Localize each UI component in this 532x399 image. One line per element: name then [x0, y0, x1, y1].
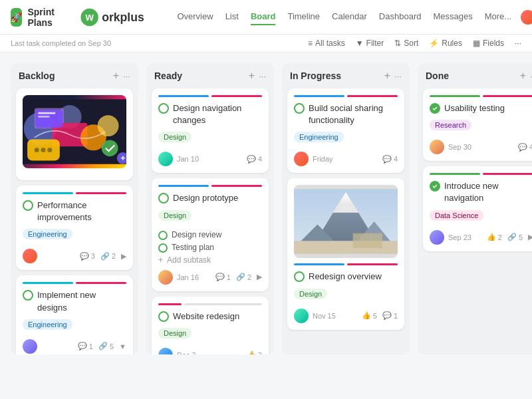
card-avatar	[430, 140, 444, 154]
card-footer: Jan 16 💬 1 🔗 2 ▶	[158, 270, 262, 285]
card-backlog-1: +	[16, 88, 133, 180]
tab-timeline[interactable]: Timeline	[287, 9, 320, 25]
progress-seg	[430, 95, 480, 97]
footer-left: Nov 15	[294, 309, 336, 323]
column-backlog: Backlog + ···	[11, 63, 138, 354]
card-meta: 💬 4	[247, 155, 262, 164]
sort-button[interactable]: ⇅ Sort	[394, 39, 418, 48]
card-tag[interactable]: Design	[158, 210, 192, 221]
list-icon: ≡	[308, 39, 313, 48]
subtask-item: Testing plan	[158, 241, 262, 254]
column-actions-done: + ···	[520, 70, 532, 82]
link-icon: 🔗	[98, 342, 108, 350]
card-footer: 💬 3 🔗 2 ▶	[23, 249, 126, 263]
card-title-area: Implement new designs	[23, 289, 126, 319]
card-title: Usability testing	[444, 102, 505, 114]
like-icon: 👍	[247, 350, 256, 354]
card-tag[interactable]: Design	[158, 132, 192, 142]
card-progress-2: Redesign overview Design Nov 15 👍 5	[287, 178, 404, 329]
add-subtask-button[interactable]: + Add subtask	[158, 254, 262, 266]
more-options-button[interactable]: ···	[515, 39, 521, 48]
links-count: 🔗 5	[98, 342, 114, 350]
fields-button[interactable]: ▦ Fields	[473, 39, 504, 48]
card-title-area: Redesign overview	[294, 271, 398, 288]
card-tag[interactable]: Data Science	[430, 210, 483, 221]
add-card-icon[interactable]: +	[384, 70, 390, 82]
card-footer: Sep 23 👍 2 🔗 5 ▶	[430, 230, 532, 245]
svg-text:orkplus: orkplus	[102, 11, 145, 24]
card-tag[interactable]: Engineering	[23, 319, 72, 330]
card-meta: 💬 1 🔗 2 ▶	[215, 273, 262, 281]
card-footer: Nov 15 👍 5 💬 1	[294, 309, 398, 323]
card-tag[interactable]: Engineering	[23, 229, 72, 239]
progress-seg	[430, 173, 480, 175]
add-card-icon[interactable]: +	[249, 70, 255, 82]
card-avatar	[23, 339, 37, 354]
add-card-icon[interactable]: +	[113, 70, 119, 82]
card-progress-1: Build social sharing functionality Engin…	[287, 88, 404, 173]
progress-bar-ready-1	[158, 95, 262, 97]
progress-seg	[347, 263, 398, 265]
app-name: Sprint Plans	[27, 7, 61, 28]
card-meta: 👍 5 💬 1	[362, 311, 398, 320]
check-icon	[23, 290, 33, 301]
filter-button[interactable]: ▼ Filter	[356, 39, 384, 48]
column-title-ready: Ready	[154, 70, 182, 81]
progress-seg	[211, 185, 262, 187]
card-title-area: Performance improvements	[23, 200, 126, 229]
card-meta: 👍 3	[247, 350, 262, 354]
sub-header-actions: ≡ All tasks ▼ Filter ⇅ Sort ⚡ Rules ▦ Fi…	[308, 39, 521, 48]
progress-bar-done-1	[430, 95, 532, 97]
card-footer: Jan 10 💬 4	[158, 152, 262, 166]
all-tasks-button[interactable]: ≡ All tasks	[308, 39, 345, 48]
progress-bar-progress-1	[294, 95, 398, 97]
tab-dashboard[interactable]: Dashboard	[379, 9, 422, 25]
card-tag[interactable]: Design	[294, 289, 327, 299]
tab-overview[interactable]: Overview	[177, 9, 213, 25]
check-icon	[294, 271, 305, 282]
column-menu-icon[interactable]: ···	[394, 71, 402, 81]
subtasks-list: Design review Testing plan + Add subtask	[158, 229, 262, 266]
comments-count: 💬 4	[247, 155, 262, 164]
column-menu-icon[interactable]: ···	[259, 71, 266, 81]
column-done: Done + ··· Usability testing Resea	[418, 63, 532, 354]
card-avatar	[23, 249, 37, 263]
card-footer: 💬 1 🔗 5 ▼	[23, 339, 126, 354]
rules-button[interactable]: ⚡ Rules	[429, 39, 462, 48]
column-title-in-progress: In Progress	[290, 70, 341, 81]
tab-board[interactable]: Board	[251, 9, 276, 25]
card-backlog-3: Implement new designs Engineering 💬 1 🔗 …	[16, 275, 133, 354]
card-title-area: Usability testing	[430, 102, 532, 120]
tab-list[interactable]: List	[225, 9, 239, 25]
card-tag[interactable]: Design	[158, 328, 192, 338]
comment-icon: 💬	[382, 311, 392, 320]
comment-icon: 💬	[518, 143, 527, 152]
subtask-item: Design review	[158, 229, 262, 241]
comment-icon: 💬	[78, 342, 87, 350]
app-icon: 🚀	[11, 8, 22, 27]
comments-count: 💬 1	[382, 311, 398, 320]
progress-seg	[184, 303, 262, 305]
column-menu-icon[interactable]: ···	[123, 71, 130, 81]
tab-calendar[interactable]: Calendar	[332, 9, 367, 25]
likes-count: 👍 5	[362, 311, 377, 320]
card-title: Redesign overview	[309, 271, 382, 283]
column-in-progress: In Progress + ··· Build social sharing f…	[282, 63, 410, 354]
footer-left: Jan 10	[158, 152, 199, 166]
tab-messages[interactable]: Messages	[433, 9, 472, 25]
card-title-area: Design prototype	[158, 192, 262, 209]
progress-bar-progress-2	[294, 263, 398, 265]
card-tag[interactable]: Research	[430, 120, 471, 130]
card-tag[interactable]: Engineering	[294, 132, 344, 142]
card-avatar	[294, 152, 309, 166]
card-backlog-2: Performance improvements Engineering 💬 3…	[16, 186, 133, 270]
likes-count: 👍 3	[247, 350, 262, 354]
column-title-backlog: Backlog	[19, 70, 55, 81]
progress-seg	[211, 95, 262, 97]
progress-seg	[23, 192, 73, 194]
card-ready-3: Website redesign Design Dec 3 👍 3	[152, 297, 269, 354]
check-icon	[158, 311, 169, 322]
card-date: Nov 15	[313, 312, 336, 320]
tab-more[interactable]: More...	[485, 9, 511, 25]
add-card-icon[interactable]: +	[520, 70, 526, 82]
